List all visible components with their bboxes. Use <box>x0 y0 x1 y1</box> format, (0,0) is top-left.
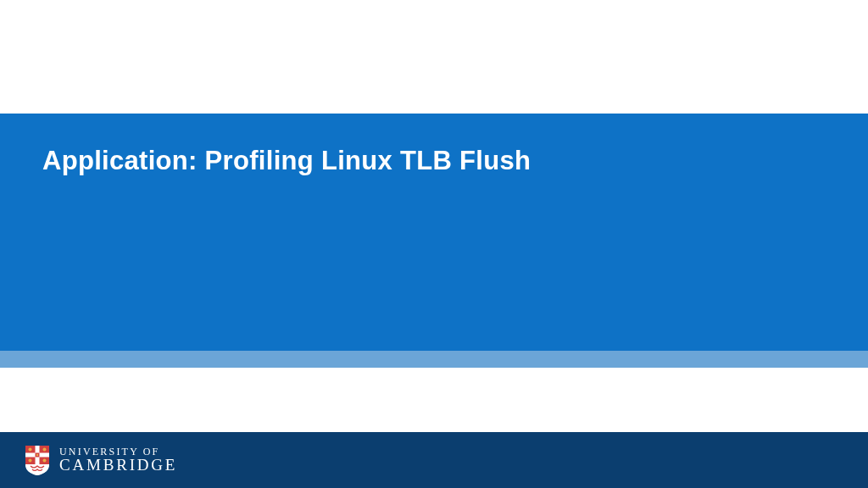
cambridge-crest-icon <box>24 444 51 476</box>
svg-point-4 <box>43 448 47 452</box>
svg-point-3 <box>29 448 32 452</box>
university-line2: CAMBRIDGE <box>59 457 177 474</box>
mid-spacer <box>0 368 868 432</box>
footer-bar: UNIVERSITY OF CAMBRIDGE <box>0 432 868 488</box>
svg-point-5 <box>29 459 32 463</box>
university-name: UNIVERSITY OF CAMBRIDGE <box>59 446 177 474</box>
title-panel: Application: Profiling Linux TLB Flush <box>0 114 868 351</box>
svg-point-6 <box>43 459 47 463</box>
top-spacer <box>0 0 868 114</box>
svg-point-7 <box>36 454 38 456</box>
university-logo: UNIVERSITY OF CAMBRIDGE <box>24 444 177 476</box>
slide-title: Application: Profiling Linux TLB Flush <box>42 146 826 176</box>
accent-bar <box>0 351 868 368</box>
